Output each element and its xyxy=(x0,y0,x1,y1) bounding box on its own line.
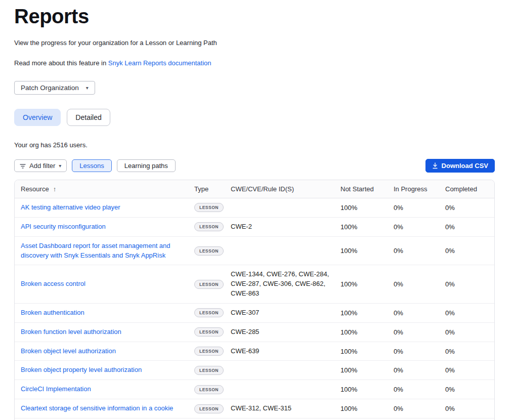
tab-overview[interactable]: Overview xyxy=(14,109,61,126)
lesson-badge: LESSON xyxy=(194,280,224,289)
in-progress-cell: 0% xyxy=(394,280,445,288)
table-row: Broken object property level authorizati… xyxy=(15,361,494,380)
column-header-resource[interactable]: Resource ↑ xyxy=(21,185,194,193)
resource-link[interactable]: Broken object level authorization xyxy=(21,347,116,355)
cwe-cell: CWE-2 xyxy=(231,222,340,232)
completed-cell: 0% xyxy=(445,328,488,336)
lesson-badge: LESSON xyxy=(194,222,224,231)
resource-link[interactable]: Cleartext storage of sensitive informati… xyxy=(21,404,173,412)
download-csv-button[interactable]: Download CSV xyxy=(425,159,495,173)
chevron-down-icon: ▾ xyxy=(59,163,61,169)
resource-cell: Cleartext storage of sensitive informati… xyxy=(21,404,194,413)
cwe-cell: CWE-1344, CWE-276, CWE-284, CWE-287, CWE… xyxy=(231,270,340,299)
reports-table: Resource ↑ Type CWE/CVE/Rule ID(S) Not S… xyxy=(14,180,495,420)
resource-cell: Broken object level authorization xyxy=(21,347,194,356)
sort-ascending-icon[interactable]: ↑ xyxy=(53,185,57,193)
not-started-cell: 100% xyxy=(340,247,394,255)
lesson-badge: LESSON xyxy=(194,308,224,317)
resource-cell: Broken access control xyxy=(21,279,194,289)
type-cell: LESSON xyxy=(194,327,231,337)
resource-link[interactable]: Broken access control xyxy=(21,280,86,287)
resource-link[interactable]: Broken function level authorization xyxy=(21,328,121,335)
not-started-cell: 100% xyxy=(340,309,394,317)
organization-select[interactable]: Patch Organization ▾ xyxy=(14,81,95,95)
page-subtitle: View the progress for your organization … xyxy=(14,39,495,47)
completed-cell: 0% xyxy=(445,309,488,317)
table-body: AK testing alternative video player LESS… xyxy=(15,198,494,418)
in-progress-cell: 0% xyxy=(394,309,445,317)
cwe-cell: CWE-312, CWE-315 xyxy=(231,404,340,413)
not-started-cell: 100% xyxy=(340,348,394,355)
resource-cell: Asset Dashboard report for asset managem… xyxy=(21,241,194,261)
cwe-cell: CWE-285 xyxy=(231,327,340,337)
resource-cell: AK testing alternative video player xyxy=(21,203,194,213)
learning-paths-toggle[interactable]: Learning paths xyxy=(117,159,176,172)
table-row: API security misconfiguration LESSON CWE… xyxy=(15,218,494,237)
column-header-cwe: CWE/CVE/Rule ID(S) xyxy=(231,185,340,193)
table-row: AK testing alternative video player LESS… xyxy=(15,198,494,218)
in-progress-cell: 0% xyxy=(394,223,445,231)
in-progress-cell: 0% xyxy=(394,366,445,374)
resource-cell: API security misconfiguration xyxy=(21,222,194,232)
completed-cell: 0% xyxy=(445,223,488,231)
lesson-badge: LESSON xyxy=(194,347,224,356)
cwe-cell: CWE-307 xyxy=(231,308,340,318)
lessons-toggle[interactable]: Lessons xyxy=(72,159,111,172)
type-cell: LESSON xyxy=(194,280,231,289)
column-header-not-started: Not Started xyxy=(340,185,394,193)
add-filter-button[interactable]: Add filter ▾ xyxy=(14,159,67,172)
resource-cell: Broken function level authorization xyxy=(21,327,194,337)
not-started-cell: 100% xyxy=(340,204,394,212)
download-csv-label: Download CSV xyxy=(442,162,488,170)
table-row: Broken access control LESSON CWE-1344, C… xyxy=(15,265,494,304)
not-started-cell: 100% xyxy=(340,366,394,374)
chevron-down-icon: ▾ xyxy=(86,86,89,91)
column-header-in-progress: In Progress xyxy=(394,185,445,193)
lesson-badge: LESSON xyxy=(194,366,224,375)
in-progress-cell: 0% xyxy=(394,247,445,255)
tab-detailed[interactable]: Detailed xyxy=(67,109,110,126)
organization-select-value: Patch Organization xyxy=(21,84,79,92)
type-cell: LESSON xyxy=(194,203,231,212)
completed-cell: 0% xyxy=(445,386,488,393)
not-started-cell: 100% xyxy=(340,280,394,288)
view-tabs: Overview Detailed xyxy=(14,109,495,126)
table-row: CircleCI Implementation LESSON 100% 0% 0… xyxy=(15,380,494,399)
in-progress-cell: 0% xyxy=(394,348,445,355)
docs-link[interactable]: Snyk Learn Reports documentation xyxy=(108,59,211,67)
completed-cell: 0% xyxy=(445,348,488,355)
lesson-badge: LESSON xyxy=(194,246,224,256)
type-cell: LESSON xyxy=(194,308,231,317)
type-cell: LESSON xyxy=(194,347,231,356)
completed-cell: 0% xyxy=(445,280,488,288)
not-started-cell: 100% xyxy=(340,223,394,231)
in-progress-cell: 0% xyxy=(394,386,445,393)
filter-icon xyxy=(20,163,26,169)
table-toolbar: Add filter ▾ Lessons Learning paths Down… xyxy=(14,159,495,173)
resource-cell: Broken authentication xyxy=(21,308,194,318)
column-header-resource-label: Resource xyxy=(21,185,49,193)
resource-link[interactable]: Broken object property level authorizati… xyxy=(21,366,142,373)
type-cell: LESSON xyxy=(194,246,231,256)
table-header-row: Resource ↑ Type CWE/CVE/Rule ID(S) Not S… xyxy=(15,180,494,198)
completed-cell: 0% xyxy=(445,405,488,412)
resource-link[interactable]: AK testing alternative video player xyxy=(21,203,120,211)
resource-link[interactable]: Broken authentication xyxy=(21,309,84,316)
type-cell: LESSON xyxy=(194,404,231,413)
add-filter-label: Add filter xyxy=(29,162,55,170)
type-cell: LESSON xyxy=(194,222,231,231)
resource-link[interactable]: Asset Dashboard report for asset managem… xyxy=(21,242,170,259)
resource-link[interactable]: CircleCI Implementation xyxy=(21,385,91,393)
readmore-prefix: Read more about this feature in xyxy=(14,59,108,67)
column-header-type: Type xyxy=(194,185,231,193)
not-started-cell: 100% xyxy=(340,386,394,393)
download-icon xyxy=(432,162,438,169)
resource-link[interactable]: API security misconfiguration xyxy=(21,223,106,230)
table-row: Broken authentication LESSON CWE-307 100… xyxy=(15,304,494,323)
page-title: Reports xyxy=(14,5,495,28)
lesson-badge: LESSON xyxy=(194,203,224,212)
table-row: Cleartext storage of sensitive informati… xyxy=(15,399,494,418)
readmore-text: Read more about this feature in Snyk Lea… xyxy=(14,59,495,67)
not-started-cell: 100% xyxy=(340,328,394,336)
lesson-badge: LESSON xyxy=(194,404,224,413)
